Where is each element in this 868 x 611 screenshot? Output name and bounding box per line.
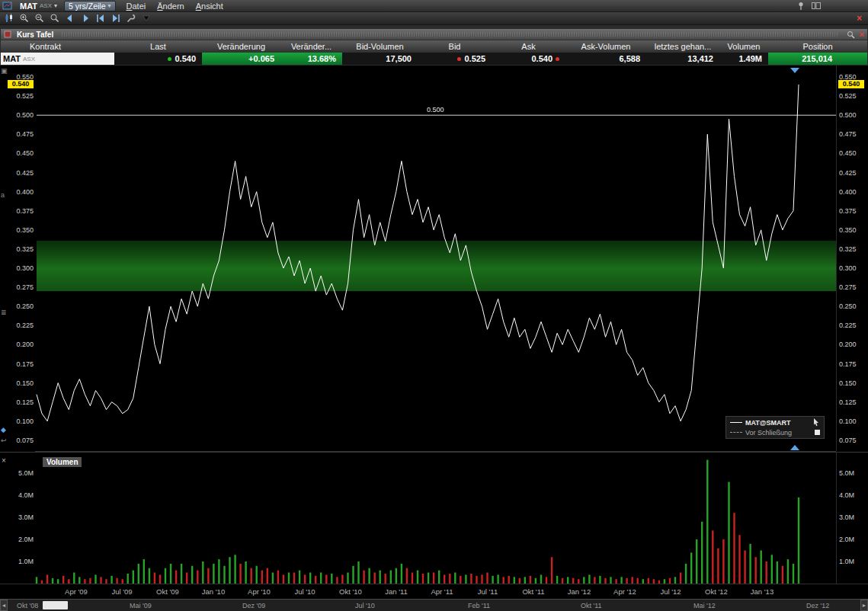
line-sample-icon (730, 422, 742, 423)
settings-wrench-icon[interactable] (124, 13, 137, 24)
pan-right-icon[interactable] (78, 13, 91, 24)
price-axis-tick: 0.300 (8, 264, 34, 272)
column-header-volumen[interactable]: Volumen (719, 40, 768, 53)
zoom-in-icon[interactable] (18, 13, 30, 24)
scrollbar-thumb[interactable] (43, 601, 68, 609)
menu-item-datei[interactable]: Datei (127, 2, 146, 11)
symbol-dropdown[interactable]: MAT ASX ▾ (16, 1, 61, 11)
price-axis-tick: 0.225 (8, 321, 34, 329)
quote-table-header: KontraktLastVeränderungVeränder...Bid-Vo… (1, 40, 867, 53)
frame-tool-icon[interactable]: ▣ (1, 67, 8, 75)
price-axis-tick: 0.425 (839, 169, 865, 177)
column-header-ask[interactable]: Ask (492, 40, 565, 53)
volume-axis-tick: 4.0M (839, 491, 865, 499)
price-axis-tick: 0.350 (8, 226, 34, 234)
menu-item-ndern[interactable]: Ändern (157, 2, 184, 11)
page-start-icon[interactable] (94, 13, 107, 24)
column-header-position[interactable]: Position (768, 40, 867, 53)
price-axis-tick: 0.150 (8, 379, 34, 387)
column-header-last[interactable]: Last (114, 40, 202, 53)
uptick-dot-icon (168, 57, 171, 61)
contract-symbol: MAT (3, 54, 21, 63)
menu-item-ansicht[interactable]: Ansicht (196, 2, 223, 11)
price-axis-tick: 0.525 (8, 92, 34, 100)
page-end-icon[interactable] (109, 13, 122, 24)
ask-volume-cell: 6,588 (565, 53, 646, 65)
price-axis-tick: 0.525 (839, 92, 865, 100)
time-axis-label: Apr '09 (65, 587, 88, 596)
price-axis-tick: 0.450 (8, 149, 34, 157)
price-axis-tick: 0.250 (839, 302, 865, 310)
link-tool-icon[interactable]: ◆ (1, 426, 6, 433)
scrollbar-time-label: Feb '11 (468, 602, 490, 609)
panel-close-icon[interactable]: × (860, 30, 864, 39)
price-axis-tick: 0.125 (8, 398, 34, 406)
price-chart-panel: 0.500 MAT@SMART Vor Schließung 0.5500.55… (0, 66, 868, 452)
column-header-letztes-gehan-[interactable]: letztes gehan... (646, 40, 719, 53)
column-header-ask-volumen[interactable]: Ask-Volumen (565, 40, 646, 53)
column-header-kontrakt[interactable]: Kontrakt (1, 40, 114, 53)
price-axis-tick: 0.100 (8, 417, 34, 425)
panel-header[interactable]: Kurs Tafel × (1, 29, 867, 40)
volume-plot[interactable] (0, 453, 868, 584)
panel-grip[interactable] (62, 32, 838, 37)
time-axis-label: Jan '10 (202, 587, 225, 596)
undo-tool-icon[interactable]: ↩ (1, 437, 7, 444)
timeframe-dropdown[interactable]: 5 yrs/Zeile ▾ (64, 1, 115, 11)
change-cell: +0.065 (202, 53, 280, 65)
price-plot[interactable]: 0.500 (0, 66, 868, 452)
pin-icon[interactable] (796, 1, 806, 11)
contract-cell[interactable]: MAT ASX (1, 53, 114, 65)
scrollbar-time-label: Mai '12 (693, 602, 716, 609)
search-icon[interactable] (48, 13, 61, 24)
list-tool-icon[interactable]: ≣ (1, 309, 7, 316)
trading-window: MAT ASX ▾ 5 yrs/Zeile ▾ DateiÄndernAnsic… (0, 0, 868, 611)
scrollbar-time-label: Dez '12 (806, 602, 829, 609)
panel-icon (4, 30, 13, 39)
text-tool-icon[interactable]: a (1, 191, 5, 199)
panel-search-icon[interactable] (847, 30, 856, 39)
column-header-bid-volumen[interactable]: Bid-Volumen (342, 40, 418, 53)
column-header-bid[interactable]: Bid (418, 40, 492, 53)
chevron-down-icon: ▾ (54, 2, 57, 9)
time-axis-label: Jul '12 (660, 587, 681, 596)
close-volume-icon[interactable]: × (2, 456, 6, 465)
pan-left-icon[interactable] (63, 13, 76, 24)
legend-series-prev-close[interactable]: Vor Schließung (730, 428, 820, 437)
scroll-right-icon[interactable]: ► (860, 600, 868, 611)
time-axis-label: Jan '11 (385, 587, 408, 596)
price-axis-tick: 0.175 (839, 360, 865, 368)
menu-items: DateiÄndernAnsicht (127, 2, 223, 11)
symbol-label: MAT (20, 2, 37, 11)
price-axis-tick: 0.400 (8, 188, 34, 196)
quote-row[interactable]: MAT ASX 0.540 +0.065 13.68% 17,500 0.525… (1, 53, 867, 65)
cursor-icon (813, 418, 820, 427)
exchange-label: ASX (40, 2, 52, 9)
overlay-caret-icon[interactable] (139, 13, 152, 24)
scroll-left-icon[interactable]: ◄ (0, 600, 8, 611)
legend-series-main[interactable]: MAT@SMART (730, 418, 820, 427)
price-axis-tick: 0.350 (839, 226, 865, 234)
event-marker-bottom-icon (790, 445, 799, 450)
last-price-tag-left: 0.540 (8, 80, 34, 88)
column-header-ver-nder-[interactable]: Veränder... (280, 40, 342, 53)
chart-type-icon[interactable] (2, 13, 15, 24)
price-axis-tick: 0.175 (8, 360, 34, 368)
menu-bar: MAT ASX ▾ 5 yrs/Zeile ▾ DateiÄndernAnsic… (0, 0, 868, 12)
chart-window-icon (2, 1, 13, 11)
bid-cell: 0.525 (418, 53, 492, 65)
close-icon[interactable]: × (857, 13, 866, 24)
price-axis-tick: 0.325 (839, 245, 865, 253)
column-header-ver-nderung[interactable]: Veränderung (202, 40, 280, 53)
volume-axis-tick: 4.0M (8, 491, 34, 499)
time-axis-label: Okt '10 (339, 587, 362, 596)
price-axis-tick: 0.100 (839, 417, 865, 425)
layout-icon[interactable] (811, 1, 822, 11)
zoom-out-icon[interactable] (33, 13, 46, 24)
time-axis-label: Okt '11 (522, 587, 544, 596)
checkbox-icon[interactable] (815, 430, 820, 435)
position-band (37, 241, 836, 291)
position-cell: 215,014 (768, 53, 867, 65)
volume-axis-tick: 5.0M (8, 469, 34, 477)
time-scrollbar[interactable]: ◄ ► Okt '08Mai '09Dez '09Jul '10Feb '11O… (0, 599, 868, 611)
